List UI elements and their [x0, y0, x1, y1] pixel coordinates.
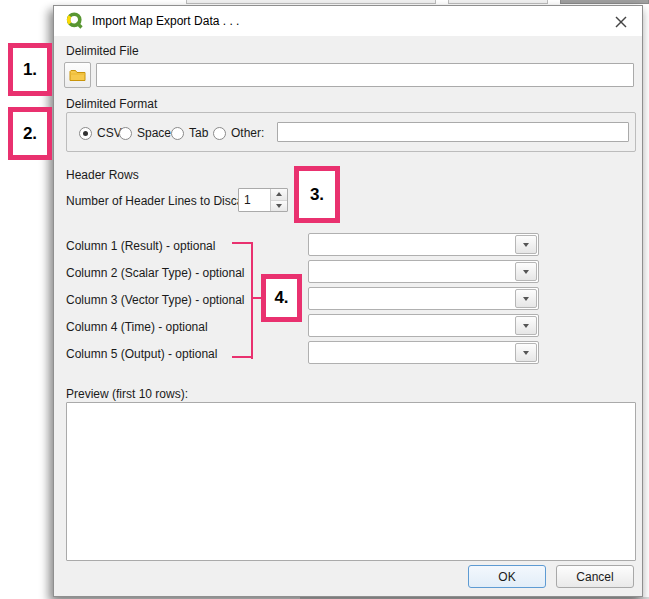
cancel-button[interactable]: Cancel [556, 565, 634, 588]
radio-other[interactable]: Other: [213, 126, 264, 140]
folder-icon [69, 68, 86, 82]
background-window-sliver [448, 0, 548, 4]
delimited-file-label: Delimited File [66, 44, 139, 58]
radio-tab[interactable]: Tab [171, 126, 208, 140]
column-1-combo[interactable] [308, 233, 539, 256]
radio-csv-label: CSV [97, 126, 122, 140]
annotation-step-1: 1. [8, 43, 52, 96]
close-icon[interactable] [612, 13, 630, 31]
chevron-down-icon[interactable] [515, 343, 537, 362]
import-map-export-dialog: Import Map Export Data . . . Delimited F… [53, 5, 643, 597]
column-4-label: Column 4 (Time) - optional [66, 320, 208, 334]
column-3-label: Column 3 (Vector Type) - optional [66, 293, 245, 307]
qgis-logo-icon [66, 12, 84, 30]
radio-button[interactable] [119, 127, 132, 140]
combo-value [309, 315, 514, 336]
other-delimiter-input[interactable] [277, 122, 629, 142]
chevron-down-icon[interactable] [271, 201, 287, 212]
ok-button[interactable]: OK [468, 565, 546, 588]
combo-value [309, 342, 514, 363]
radio-button[interactable] [171, 127, 184, 140]
spinner-value: 1 [239, 189, 270, 211]
column-5-label: Column 5 (Output) - optional [66, 347, 217, 361]
annotation-bracket-bottom [232, 356, 253, 358]
annotation-bracket-top [232, 242, 253, 244]
radio-button[interactable] [79, 127, 92, 140]
delimited-file-input[interactable] [96, 63, 634, 87]
annotation-step-3: 3. [294, 166, 340, 223]
annotation-step-2: 2. [8, 107, 52, 160]
combo-value [309, 261, 514, 282]
background-window-sliver [186, 0, 436, 4]
window-title: Import Map Export Data . . . [92, 14, 239, 28]
radio-space-label: Space [137, 126, 171, 140]
radio-button[interactable] [213, 127, 226, 140]
radio-csv[interactable]: CSV [79, 126, 122, 140]
column-2-combo[interactable] [308, 260, 539, 283]
column-2-label: Column 2 (Scalar Type) - optional [66, 266, 245, 280]
combo-value [309, 288, 514, 309]
header-lines-discard-label: Number of Header Lines to Discard: [66, 194, 257, 208]
chevron-down-icon[interactable] [515, 235, 537, 254]
annotation-step-4: 4. [261, 274, 302, 322]
page-background: Import Map Export Data . . . Delimited F… [0, 0, 649, 599]
radio-tab-label: Tab [189, 126, 208, 140]
header-rows-label: Header Rows [66, 168, 139, 182]
preview-area[interactable] [66, 402, 636, 561]
chevron-down-icon[interactable] [515, 289, 537, 308]
column-1-label: Column 1 (Result) - optional [66, 239, 215, 253]
title-bar[interactable]: Import Map Export Data . . . [54, 6, 642, 36]
column-5-combo[interactable] [308, 341, 539, 364]
browse-file-button[interactable] [64, 62, 91, 88]
annotation-bracket-vertical [251, 242, 253, 359]
radio-other-label: Other: [231, 126, 264, 140]
chevron-up-icon[interactable] [271, 189, 287, 201]
header-lines-spinner[interactable]: 1 [238, 188, 288, 212]
column-3-combo[interactable] [308, 287, 539, 310]
column-4-combo[interactable] [308, 314, 539, 337]
delimited-format-group: CSV Space Tab Other: [66, 112, 636, 152]
background-window-sliver [560, 0, 649, 4]
radio-space[interactable]: Space [119, 126, 171, 140]
preview-label: Preview (first 10 rows): [66, 387, 188, 401]
chevron-down-icon[interactable] [515, 316, 537, 335]
delimited-format-label: Delimited Format [66, 97, 157, 111]
chevron-down-icon[interactable] [515, 262, 537, 281]
combo-value [309, 234, 514, 255]
